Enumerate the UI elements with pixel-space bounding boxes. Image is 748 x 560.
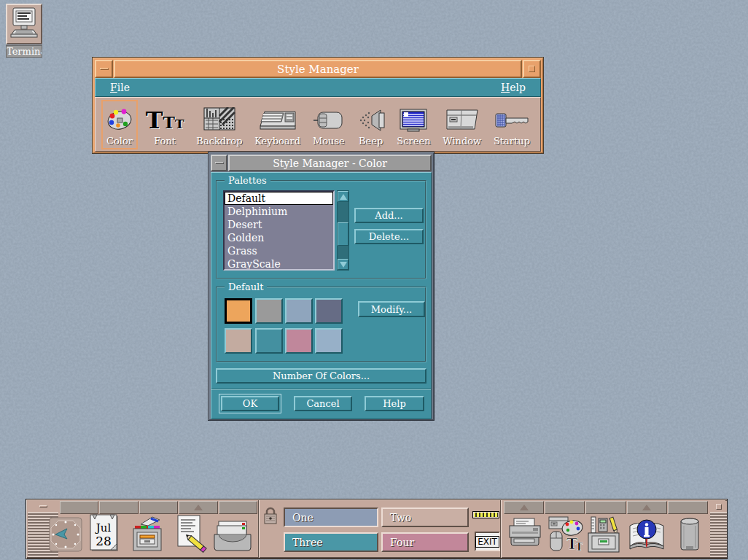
terminal-desktop-icon[interactable]: Termina — [6, 4, 44, 58]
mail-icon — [213, 517, 252, 553]
palette-list-item[interactable]: Golden — [225, 231, 333, 244]
menu-file[interactable]: File — [110, 82, 130, 93]
tool-beep[interactable]: Beep — [353, 100, 389, 149]
down-arrow-icon — [340, 262, 347, 268]
modify-button[interactable]: Modify... — [358, 301, 425, 317]
color-swatch[interactable] — [285, 328, 313, 354]
trash-control[interactable] — [675, 516, 704, 555]
workspace-four-button[interactable]: Four — [381, 532, 469, 552]
scrollbar-track[interactable] — [338, 202, 348, 259]
color-dialog-titlebar[interactable]: Style Manager - Color — [211, 155, 432, 171]
color-swatch[interactable] — [285, 298, 313, 324]
palette-list-item[interactable]: Desert — [225, 218, 333, 231]
scrollbar-thumb[interactable] — [338, 222, 348, 246]
color-swatch[interactable] — [225, 298, 252, 324]
color-dialog-body: Palettes Default Delphinium Desert Golde… — [211, 172, 432, 419]
minimize-icon — [39, 505, 47, 508]
clock-control[interactable] — [47, 514, 85, 556]
window-title: Style Manager — [114, 60, 522, 78]
palettes-group-label: Palettes — [225, 175, 270, 186]
terminal-icon — [6, 4, 42, 44]
subpanel-tab-printers[interactable] — [504, 501, 544, 514]
menubar: File Help — [95, 78, 541, 97]
scroll-up-arrow[interactable] — [338, 191, 348, 202]
help-control[interactable] — [627, 516, 666, 555]
minimize-icon — [215, 162, 224, 164]
front-panel: Jul 28 — [26, 499, 728, 559]
calendar-control[interactable]: Jul 28 — [89, 513, 121, 556]
applications-icon — [587, 516, 622, 555]
font-icon: TTT — [146, 108, 184, 134]
panel-minimize-button[interactable] — [28, 501, 58, 512]
panel-menu-button[interactable] — [710, 501, 727, 512]
color-swatch[interactable] — [315, 328, 343, 354]
palette-list-item[interactable]: Grass — [225, 244, 333, 257]
palette-list-item[interactable]: GrayScale — [225, 257, 333, 271]
tool-label: Keyboard — [254, 136, 300, 147]
ok-button[interactable]: OK — [221, 396, 279, 411]
text-editor-icon — [174, 514, 207, 555]
menu-help[interactable]: Help — [501, 82, 526, 93]
color-swatch[interactable] — [225, 328, 252, 354]
tool-label: Mouse — [313, 136, 345, 147]
tool-label: Beep — [359, 136, 383, 147]
terminal-icon-label: Termina — [6, 45, 42, 58]
tool-screen[interactable]: Screen — [392, 100, 435, 149]
lock-control[interactable] — [262, 506, 278, 529]
tool-window[interactable]: Window — [438, 100, 486, 149]
minimize-button[interactable] — [95, 60, 113, 78]
style-manager-icon: T T — [546, 516, 584, 555]
tool-backdrop[interactable]: Backdrop — [192, 100, 246, 149]
delete-button[interactable]: Delete... — [354, 229, 424, 244]
panel-menu-icon — [716, 504, 722, 510]
exit-button[interactable]: EXIT — [475, 532, 500, 551]
mail-control[interactable] — [212, 516, 253, 555]
screen-icon — [399, 109, 428, 134]
workspace-three-button[interactable]: Three — [284, 532, 378, 552]
cancel-button[interactable]: Cancel — [294, 396, 352, 411]
text-editor-control[interactable] — [173, 513, 208, 556]
add-button[interactable]: Add... — [354, 208, 424, 223]
window-icon — [445, 109, 479, 134]
keyboard-icon — [259, 109, 297, 134]
trash-icon — [677, 517, 702, 553]
palette-list-scrollbar[interactable] — [337, 190, 349, 271]
number-of-colors-button[interactable]: Number Of Colors... — [216, 368, 426, 384]
tool-font[interactable]: TTT Font — [141, 100, 189, 149]
tool-keyboard[interactable]: Keyboard — [250, 100, 305, 149]
palette-preview-group: Default Modify... — [216, 287, 426, 362]
color-swatch[interactable] — [255, 328, 283, 354]
help-icon — [627, 517, 666, 553]
right-grip[interactable] — [710, 512, 727, 557]
minimize-button[interactable] — [211, 155, 227, 171]
subpanel-tab[interactable] — [668, 501, 708, 514]
palette-list[interactable]: Default Delphinium Desert Golden Grass G… — [223, 190, 335, 271]
style-manager-control[interactable]: T T — [545, 514, 585, 556]
color-swatch[interactable] — [255, 298, 283, 324]
tool-label: Screen — [397, 136, 430, 147]
backdrop-icon — [203, 107, 235, 134]
tool-label: Window — [443, 136, 481, 147]
palette-list-item[interactable]: Delphinium — [225, 205, 333, 218]
workspace-two-button[interactable]: Two — [381, 508, 469, 527]
printer-control[interactable] — [506, 516, 544, 555]
maximize-button[interactable] — [523, 60, 541, 78]
workspace-one-button[interactable]: One — [284, 508, 378, 527]
file-manager-control[interactable] — [130, 514, 165, 556]
scroll-down-arrow[interactable] — [338, 259, 348, 270]
tool-label: Color — [106, 136, 133, 147]
palette-list-item[interactable]: Default — [225, 192, 333, 205]
subpanel-tab[interactable] — [219, 501, 257, 514]
tool-startup[interactable]: Startup — [489, 100, 534, 149]
subpanel-tab[interactable] — [545, 501, 585, 514]
color-swatch[interactable] — [315, 298, 343, 324]
color-dialog: Style Manager - Color Palettes Default D… — [208, 152, 435, 421]
subpanel-tab[interactable] — [585, 501, 626, 514]
tool-color[interactable]: Color — [101, 100, 138, 149]
help-button[interactable]: Help — [365, 396, 424, 411]
tool-mouse[interactable]: Mouse — [308, 100, 349, 149]
applications-control[interactable] — [586, 514, 623, 556]
style-manager-titlebar[interactable]: Style Manager — [95, 60, 541, 78]
subpanel-tab-help[interactable] — [627, 501, 667, 514]
panel-right-handle[interactable] — [710, 501, 727, 557]
